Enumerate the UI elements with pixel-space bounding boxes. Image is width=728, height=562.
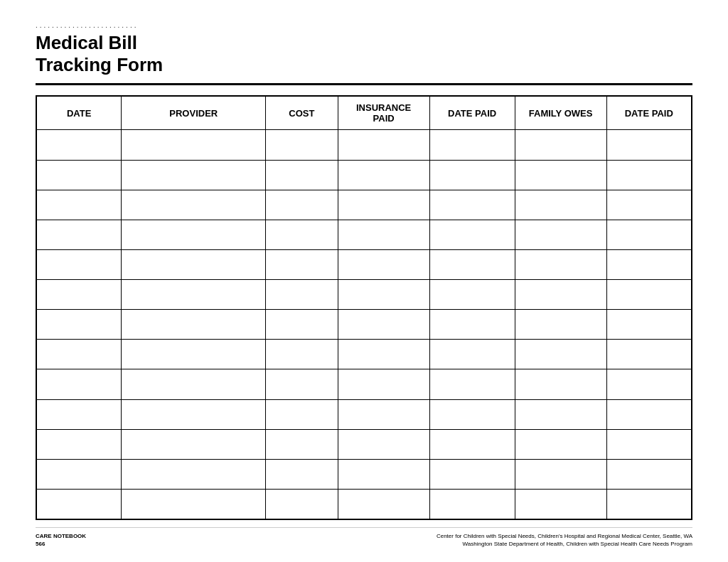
table-cell[interactable] <box>122 429 266 459</box>
table-cell[interactable] <box>266 190 338 220</box>
table-cell[interactable] <box>338 249 429 279</box>
table-cell[interactable] <box>266 369 338 399</box>
table-cell[interactable] <box>122 489 266 519</box>
page-footer: CARE NOTEBOOK 566 Center for Children wi… <box>36 527 692 548</box>
table-cell[interactable] <box>36 160 122 190</box>
table-cell[interactable] <box>122 220 266 249</box>
table-cell[interactable] <box>515 130 606 160</box>
table-cell[interactable] <box>338 130 429 160</box>
table-cell[interactable] <box>36 340 122 369</box>
table-cell[interactable] <box>338 220 429 249</box>
table-cell[interactable] <box>338 369 429 399</box>
table-cell[interactable] <box>122 459 266 489</box>
table-cell[interactable] <box>515 399 606 429</box>
table-cell[interactable] <box>429 489 515 519</box>
table-cell[interactable] <box>515 489 606 519</box>
table-cell[interactable] <box>515 160 606 190</box>
col-header-date-paid-1: DATE PAID <box>429 96 515 130</box>
table-cell[interactable] <box>338 310 429 340</box>
table-cell[interactable] <box>36 429 122 459</box>
table-cell[interactable] <box>122 160 266 190</box>
col-header-cost: COST <box>266 96 338 130</box>
col-header-date-paid-2: DATE PAID <box>606 96 692 130</box>
table-cell[interactable] <box>429 220 515 249</box>
table-cell[interactable] <box>36 190 122 220</box>
table-cell[interactable] <box>266 249 338 279</box>
table-cell[interactable] <box>606 220 692 249</box>
table-cell[interactable] <box>429 340 515 369</box>
table-cell[interactable] <box>338 340 429 369</box>
table-cell[interactable] <box>122 249 266 279</box>
table-cell[interactable] <box>515 249 606 279</box>
table-cell[interactable] <box>606 190 692 220</box>
table-cell[interactable] <box>338 280 429 310</box>
table-cell[interactable] <box>266 459 338 489</box>
table-cell[interactable] <box>266 429 338 459</box>
table-cell[interactable] <box>338 399 429 429</box>
table-cell[interactable] <box>429 399 515 429</box>
table-cell[interactable] <box>606 280 692 310</box>
table-cell[interactable] <box>429 280 515 310</box>
table-cell[interactable] <box>429 190 515 220</box>
table-cell[interactable] <box>606 369 692 399</box>
table-cell[interactable] <box>606 249 692 279</box>
table-cell[interactable] <box>122 340 266 369</box>
table-cell[interactable] <box>266 399 338 429</box>
table-cell[interactable] <box>515 190 606 220</box>
table-cell[interactable] <box>122 399 266 429</box>
table-cell[interactable] <box>429 130 515 160</box>
table-cell[interactable] <box>515 310 606 340</box>
table-cell[interactable] <box>338 429 429 459</box>
table-cell[interactable] <box>36 249 122 279</box>
table-cell[interactable] <box>338 190 429 220</box>
table-cell[interactable] <box>266 310 338 340</box>
table-cell[interactable] <box>515 429 606 459</box>
table-cell[interactable] <box>122 190 266 220</box>
table-row <box>36 399 692 429</box>
table-cell[interactable] <box>606 399 692 429</box>
table-cell[interactable] <box>122 369 266 399</box>
table-cell[interactable] <box>515 459 606 489</box>
table-cell[interactable] <box>36 280 122 310</box>
table-cell[interactable] <box>266 130 338 160</box>
table-cell[interactable] <box>429 249 515 279</box>
table-cell[interactable] <box>122 130 266 160</box>
table-cell[interactable] <box>429 429 515 459</box>
table-cell[interactable] <box>266 280 338 310</box>
table-cell[interactable] <box>606 489 692 519</box>
table-cell[interactable] <box>36 220 122 249</box>
table-cell[interactable] <box>266 160 338 190</box>
table-cell[interactable] <box>606 459 692 489</box>
table-cell[interactable] <box>429 160 515 190</box>
table-cell[interactable] <box>606 429 692 459</box>
table-cell[interactable] <box>606 340 692 369</box>
table-cell[interactable] <box>122 310 266 340</box>
table-cell[interactable] <box>266 340 338 369</box>
table-cell[interactable] <box>36 130 122 160</box>
table-cell[interactable] <box>266 220 338 249</box>
table-cell[interactable] <box>36 459 122 489</box>
table-cell[interactable] <box>515 220 606 249</box>
table-row <box>36 340 692 369</box>
table-cell[interactable] <box>338 160 429 190</box>
table-cell[interactable] <box>429 369 515 399</box>
table-cell[interactable] <box>122 280 266 310</box>
table-cell[interactable] <box>429 310 515 340</box>
table-cell[interactable] <box>515 340 606 369</box>
table-cell[interactable] <box>338 459 429 489</box>
table-row <box>36 459 692 489</box>
table-cell[interactable] <box>606 130 692 160</box>
table-cell[interactable] <box>606 160 692 190</box>
footer-org-line1: Center for Children with Special Needs, … <box>437 532 692 540</box>
table-cell[interactable] <box>606 310 692 340</box>
table-cell[interactable] <box>515 280 606 310</box>
page-container: ......................... Medical Bill T… <box>0 0 728 562</box>
table-cell[interactable] <box>36 369 122 399</box>
table-cell[interactable] <box>515 369 606 399</box>
table-cell[interactable] <box>36 399 122 429</box>
table-cell[interactable] <box>36 489 122 519</box>
table-cell[interactable] <box>36 310 122 340</box>
table-cell[interactable] <box>266 489 338 519</box>
table-cell[interactable] <box>429 459 515 489</box>
table-cell[interactable] <box>338 489 429 519</box>
